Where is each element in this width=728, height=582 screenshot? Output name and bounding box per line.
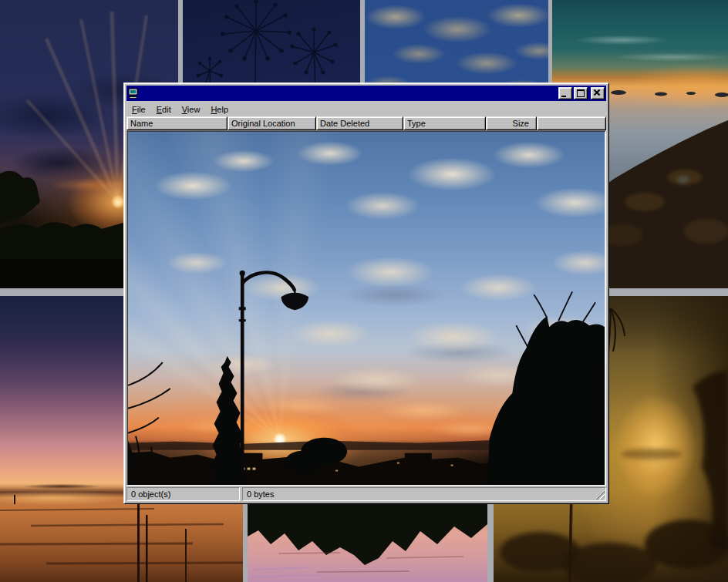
menu-view[interactable]: View [177,103,206,116]
menu-help[interactable]: Help [205,103,234,116]
column-headers: Name Original Location Date Deleted Type… [126,116,606,130]
recycle-bin-window: File Edit View Help Name Original Locati… [123,82,609,504]
resize-grip[interactable] [595,490,605,500]
status-bytes: 0 bytes [247,489,274,499]
list-view-background-photo [128,132,605,484]
sunset-photo-silhouettes [128,132,605,486]
minimize-button[interactable] [558,87,572,99]
status-objects: 0 object(s) [126,487,240,501]
column-header-original-location[interactable]: Original Location [228,116,316,130]
column-header-name[interactable]: Name [126,116,228,130]
file-list-area[interactable] [126,130,606,486]
column-header-filler [537,116,606,130]
menu-bar: File Edit View Help [126,101,606,116]
window-controls [558,87,605,99]
computer-icon [128,88,140,99]
window-titlebar[interactable] [126,86,606,101]
status-bytes-panel: 0 bytes [242,487,606,501]
maximize-button[interactable] [574,87,588,99]
column-header-size[interactable]: Size [486,116,537,130]
column-header-date-deleted[interactable]: Date Deleted [316,116,403,130]
menu-file[interactable]: File [126,103,151,116]
close-button[interactable] [591,87,605,99]
menu-edit[interactable]: Edit [151,103,177,116]
column-header-type[interactable]: Type [403,116,486,130]
status-bar: 0 object(s) 0 bytes [126,487,606,501]
